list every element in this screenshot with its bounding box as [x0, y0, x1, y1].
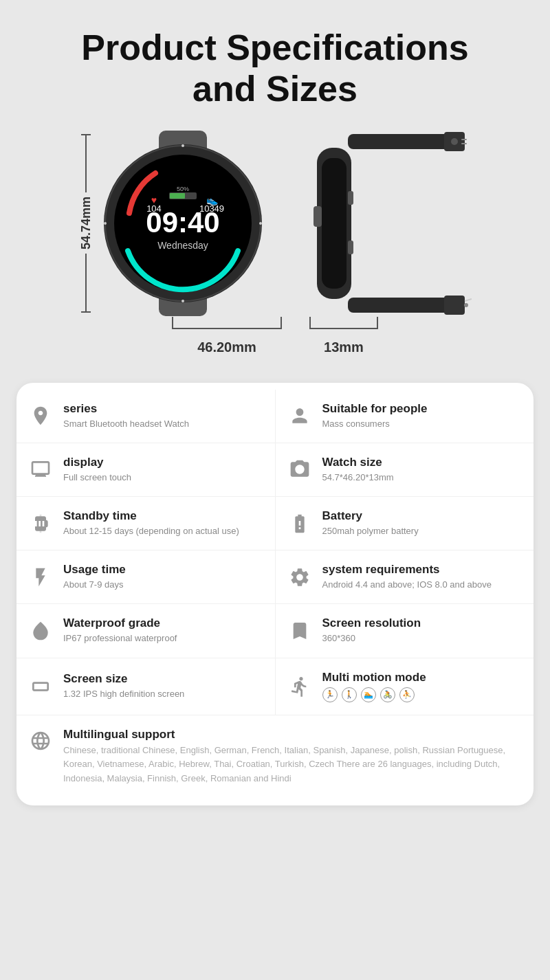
- motion-walk-icon: 🚶: [342, 687, 357, 702]
- motion-bike-icon: 🚴: [380, 687, 395, 702]
- screensize-value: 1.32 IPS high definition screen: [63, 688, 264, 700]
- series-label: series: [63, 402, 264, 416]
- svg-point-16: [104, 222, 107, 225]
- thickness-dim-line: [309, 322, 378, 335]
- display-icon: [28, 456, 54, 482]
- watch-front-image: 09:40 Wednesday 104 10349 50% ♥ 👟: [100, 131, 265, 316]
- waterproof-icon: [28, 618, 54, 644]
- svg-line-25: [465, 299, 472, 301]
- usage-icon: [28, 564, 54, 590]
- people-icon: [287, 403, 313, 429]
- page-header: Product Specifications and Sizes: [0, 0, 550, 124]
- height-dimension: 54.74mm: [79, 134, 94, 313]
- standby-label: Standby time: [63, 509, 264, 523]
- globe-icon: [28, 728, 54, 754]
- motion-extra-icon: ⛹: [399, 687, 415, 702]
- screensize-text: Screen size 1.32 IPS high definition scr…: [63, 672, 264, 700]
- specs-card: series Smart Bluetooth headset Watch Sui…: [16, 383, 534, 805]
- svg-rect-30: [348, 191, 353, 205]
- spec-row-2: display Full screen touch Watch size 54.…: [16, 443, 534, 497]
- svg-text:♥: ♥: [151, 194, 156, 205]
- spec-row-6: Screen size 1.32 IPS high definition scr…: [16, 658, 534, 715]
- standby-value: About 12-15 days (depending on actual us…: [63, 525, 264, 537]
- battery-icon: [287, 511, 313, 537]
- svg-rect-28: [314, 206, 322, 227]
- resolution-icon: [287, 618, 313, 644]
- people-label: Suitable for people: [322, 402, 523, 416]
- spec-watchsize: Watch size 54.7*46.20*13mm: [276, 443, 534, 496]
- spec-battery: Battery 250mah polymer battery: [276, 497, 534, 550]
- svg-rect-31: [348, 241, 353, 254]
- width-dim-block: 46.20mm: [172, 322, 282, 355]
- system-value: Android 4.4 and above; IOS 8.0 and above: [322, 579, 523, 591]
- waterproof-value: IP67 professional waterproof: [63, 632, 264, 645]
- svg-rect-10: [170, 193, 185, 199]
- spec-standby: Standby time About 12-15 days (depending…: [16, 497, 276, 550]
- motion-label: Multi motion mode: [322, 671, 523, 684]
- standby-text: Standby time About 12-15 days (depending…: [63, 509, 264, 537]
- battery-label: Battery: [322, 509, 523, 523]
- resolution-value: 360*360: [322, 632, 523, 645]
- svg-rect-29: [322, 158, 346, 289]
- usage-text: Usage time About 7-9 days: [63, 563, 264, 591]
- front-watch-container: 54.74mm 09:40 Wednesday 104: [79, 131, 265, 316]
- display-label: display: [63, 456, 264, 469]
- series-value: Smart Bluetooth headset Watch: [63, 418, 264, 430]
- spec-display: display Full screen touch: [16, 443, 276, 496]
- people-value: Mass consumers: [322, 418, 523, 430]
- spec-screensize: Screen size 1.32 IPS high definition scr…: [16, 658, 276, 715]
- watch-size-icon: [287, 456, 313, 482]
- thickness-label: 13mm: [324, 339, 364, 355]
- svg-point-20: [451, 138, 458, 145]
- series-text: series Smart Bluetooth headset Watch: [63, 402, 264, 430]
- svg-point-14: [182, 144, 184, 147]
- standby-icon: [28, 511, 54, 537]
- battery-value: 250mah polymer battery: [322, 525, 523, 537]
- watchsize-value: 54.7*46.20*13mm: [322, 471, 523, 484]
- system-label: system requirements: [322, 563, 523, 577]
- bottom-dimensions: 46.20mm 13mm: [0, 316, 550, 369]
- spec-row-1: series Smart Bluetooth headset Watch Sui…: [16, 390, 534, 443]
- multilingual-text: Multilingual support Chinese, traditiona…: [63, 728, 522, 786]
- spec-people: Suitable for people Mass consumers: [276, 390, 534, 443]
- watchsize-label: Watch size: [322, 456, 523, 469]
- screen-size-icon: [28, 673, 54, 700]
- display-value: Full screen touch: [63, 471, 264, 484]
- svg-point-17: [259, 222, 262, 225]
- watchsize-text: Watch size 54.7*46.20*13mm: [322, 456, 523, 484]
- waterproof-text: Waterproof grade IP67 professional water…: [63, 616, 264, 645]
- watch-images-section: 54.74mm 09:40 Wednesday 104: [0, 124, 550, 316]
- system-text: system requirements Android 4.4 and abov…: [322, 563, 523, 591]
- spec-multilingual: Multilingual support Chinese, traditiona…: [16, 715, 534, 799]
- motion-text: Multi motion mode 🏃 🚶 🏊 🚴 ⛹: [322, 671, 523, 702]
- spec-usage: Usage time About 7-9 days: [16, 550, 276, 603]
- svg-point-15: [182, 300, 184, 302]
- height-label: 54.74mm: [79, 197, 94, 249]
- system-icon: [287, 564, 313, 590]
- battery-text: Battery 250mah polymer battery: [322, 509, 523, 537]
- spec-waterproof: Waterproof grade IP67 professional water…: [16, 604, 276, 657]
- motion-icons-row: 🏃 🚶 🏊 🚴 ⛹: [322, 687, 523, 702]
- spec-row-3: Standby time About 12-15 days (depending…: [16, 497, 534, 550]
- usage-value: About 7-9 days: [63, 579, 264, 591]
- width-dim-line: [172, 322, 282, 335]
- spec-row-5: Waterproof grade IP67 professional water…: [16, 604, 534, 658]
- waterproof-label: Waterproof grade: [63, 616, 264, 630]
- motion-icon: [287, 673, 313, 700]
- resolution-text: Screen resolution 360*360: [322, 616, 523, 645]
- svg-text:Wednesday: Wednesday: [157, 240, 208, 251]
- spec-row-4: Usage time About 7-9 days system require…: [16, 550, 534, 604]
- watch-side-image: [279, 131, 472, 316]
- spec-series: series Smart Bluetooth headset Watch: [16, 390, 276, 443]
- usage-label: Usage time: [63, 563, 264, 577]
- multilingual-value: Chinese, traditional Chinese, English, G…: [63, 744, 522, 786]
- spec-system: system requirements Android 4.4 and abov…: [276, 550, 534, 603]
- screensize-label: Screen size: [63, 672, 264, 686]
- multilingual-label: Multilingual support: [63, 728, 522, 742]
- people-text: Suitable for people Mass consumers: [322, 402, 523, 430]
- series-icon: [28, 403, 54, 429]
- svg-rect-22: [461, 143, 467, 144]
- motion-swim-icon: 🏊: [361, 687, 376, 702]
- svg-text:👟: 👟: [206, 194, 218, 206]
- svg-rect-24: [444, 296, 465, 315]
